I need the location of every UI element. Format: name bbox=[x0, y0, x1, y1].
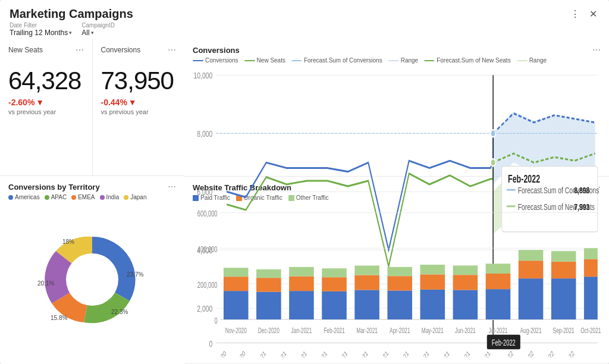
svg-rect-63 bbox=[256, 292, 281, 319]
svg-rect-76 bbox=[387, 276, 412, 290]
svg-rect-64 bbox=[256, 278, 281, 291]
conversions-value: 73,950 bbox=[101, 67, 177, 95]
territory-header: Conversions by Territory ⋯ bbox=[8, 182, 176, 192]
svg-rect-69 bbox=[322, 291, 347, 319]
conversions-chart-title: Conversions bbox=[193, 46, 240, 55]
campaign-filter-label: CampaignID bbox=[81, 22, 115, 29]
legend-conversions-dot bbox=[193, 60, 203, 61]
japan-dot bbox=[124, 195, 128, 200]
svg-rect-90 bbox=[551, 278, 576, 319]
campaign-filter[interactable]: CampaignID All ▾ bbox=[81, 22, 115, 37]
svg-rect-85 bbox=[486, 274, 511, 289]
dashboard: Marketing Campaigns Date Filter Trailing… bbox=[0, 0, 609, 364]
conversions-chart-menu-button[interactable]: ⋯ bbox=[592, 45, 601, 55]
bar-chart-area: 600,000 400,000 200,000 0 bbox=[193, 205, 601, 358]
svg-rect-74 bbox=[354, 266, 379, 275]
traffic-panel: Website Traffic Breakdown ⋯ Paid Traffic… bbox=[184, 176, 609, 364]
svg-point-16 bbox=[491, 130, 495, 137]
legend-japan: Japan bbox=[124, 194, 146, 200]
donut-chart-area: 23.7% 22.3% 15.8% 20.1% 18% bbox=[8, 200, 176, 358]
svg-text:Feb-2022: Feb-2022 bbox=[508, 173, 540, 185]
svg-rect-94 bbox=[584, 259, 598, 277]
svg-rect-80 bbox=[420, 265, 445, 274]
legend-india: India bbox=[100, 194, 120, 200]
svg-text:0: 0 bbox=[214, 316, 217, 326]
svg-rect-66 bbox=[289, 291, 314, 319]
svg-text:8,000: 8,000 bbox=[197, 128, 212, 139]
new-seats-menu-button[interactable]: ⋯ bbox=[76, 45, 84, 55]
svg-rect-72 bbox=[354, 290, 379, 319]
svg-text:400,000: 400,000 bbox=[197, 244, 218, 255]
emea-dot bbox=[71, 195, 76, 200]
svg-text:15.8%: 15.8% bbox=[51, 315, 67, 321]
svg-text:8,898: 8,898 bbox=[574, 185, 589, 196]
territory-menu-button[interactable]: ⋯ bbox=[168, 182, 176, 192]
legend-emea: EMEA bbox=[71, 194, 95, 200]
donut-legend: Americas APAC EMEA India Japan bbox=[8, 194, 176, 200]
svg-rect-81 bbox=[453, 290, 478, 319]
svg-rect-83 bbox=[453, 265, 478, 275]
svg-text:200,000: 200,000 bbox=[197, 280, 218, 290]
svg-point-17 bbox=[491, 159, 495, 166]
legend-apac: APAC bbox=[45, 194, 67, 200]
svg-text:Jul-2021: Jul-2021 bbox=[489, 326, 508, 334]
svg-text:Mar-2021: Mar-2021 bbox=[356, 326, 378, 334]
content-grid: New Seats ⋯ 64,328 -2.60% ▼ vs previous … bbox=[0, 39, 609, 364]
svg-rect-93 bbox=[584, 277, 598, 319]
header-actions: ⋮ ✕ bbox=[568, 8, 599, 20]
india-dot bbox=[100, 195, 105, 200]
new-seats-card: New Seats ⋯ 64,328 -2.60% ▼ vs previous … bbox=[0, 39, 93, 175]
svg-rect-79 bbox=[420, 274, 445, 289]
svg-text:Sep-2021: Sep-2021 bbox=[553, 326, 575, 334]
svg-text:Feb-2021: Feb-2021 bbox=[324, 326, 345, 334]
new-seats-vs: vs previous year bbox=[8, 108, 84, 115]
legend-newseats: New Seats bbox=[244, 57, 285, 64]
new-seats-value: 64,328 bbox=[8, 67, 84, 95]
svg-rect-67 bbox=[289, 277, 314, 291]
date-filter-value[interactable]: Trailing 12 Months ▾ bbox=[10, 29, 72, 37]
svg-rect-60 bbox=[224, 291, 249, 319]
conversions-vs: vs previous year bbox=[101, 108, 177, 115]
svg-text:23.7%: 23.7% bbox=[127, 271, 143, 278]
conversions-header: Conversions ⋯ bbox=[101, 45, 177, 55]
svg-rect-86 bbox=[486, 263, 511, 274]
campaign-filter-value[interactable]: All ▾ bbox=[81, 29, 115, 37]
svg-text:Oct-2021: Oct-2021 bbox=[580, 326, 601, 334]
svg-text:22.3%: 22.3% bbox=[111, 309, 128, 315]
svg-text:May-2021: May-2021 bbox=[422, 326, 444, 334]
legend-range2: Range bbox=[517, 57, 547, 64]
conversions-legend: Conversions New Seats Forecast.Sum of Co… bbox=[193, 57, 601, 64]
down-icon: ▼ bbox=[36, 98, 44, 107]
legend-range2-dot bbox=[517, 60, 528, 61]
svg-rect-71 bbox=[322, 268, 347, 277]
svg-rect-82 bbox=[453, 275, 478, 290]
legend-forecast-conv-dot bbox=[291, 60, 302, 61]
kpi-row: New Seats ⋯ 64,328 -2.60% ▼ vs previous … bbox=[0, 39, 184, 176]
header-filters: Date Filter Trailing 12 Months ▾ Campaig… bbox=[10, 22, 133, 37]
svg-rect-73 bbox=[354, 275, 379, 290]
down-icon: ▼ bbox=[128, 98, 137, 107]
svg-rect-70 bbox=[322, 277, 347, 291]
americas-dot bbox=[8, 195, 13, 200]
conversions-title: Conversions bbox=[101, 46, 141, 54]
header: Marketing Campaigns Date Filter Trailing… bbox=[0, 0, 609, 39]
legend-range1-dot bbox=[388, 60, 399, 61]
svg-rect-87 bbox=[519, 278, 544, 319]
conversions-menu-button[interactable]: ⋯ bbox=[168, 45, 176, 55]
conversions-chart-header: Conversions ⋯ bbox=[193, 45, 601, 55]
svg-text:Aug-2021: Aug-2021 bbox=[520, 326, 542, 334]
svg-text:600,000: 600,000 bbox=[197, 209, 218, 219]
svg-text:Nov-2020: Nov-2020 bbox=[225, 326, 247, 334]
territory-title: Conversions by Territory bbox=[8, 183, 100, 192]
svg-text:20.1%: 20.1% bbox=[37, 280, 54, 287]
header-left: Marketing Campaigns Date Filter Trailing… bbox=[10, 7, 133, 37]
svg-rect-84 bbox=[486, 289, 511, 319]
chevron-down-icon: ▾ bbox=[69, 30, 72, 36]
legend-range1: Range bbox=[388, 57, 418, 64]
close-button[interactable]: ✕ bbox=[587, 8, 599, 20]
more-button[interactable]: ⋮ bbox=[568, 8, 582, 20]
svg-rect-88 bbox=[519, 261, 544, 278]
svg-rect-61 bbox=[224, 277, 249, 291]
legend-americas: Americas bbox=[8, 194, 40, 200]
date-filter[interactable]: Date Filter Trailing 12 Months ▾ bbox=[10, 22, 72, 37]
